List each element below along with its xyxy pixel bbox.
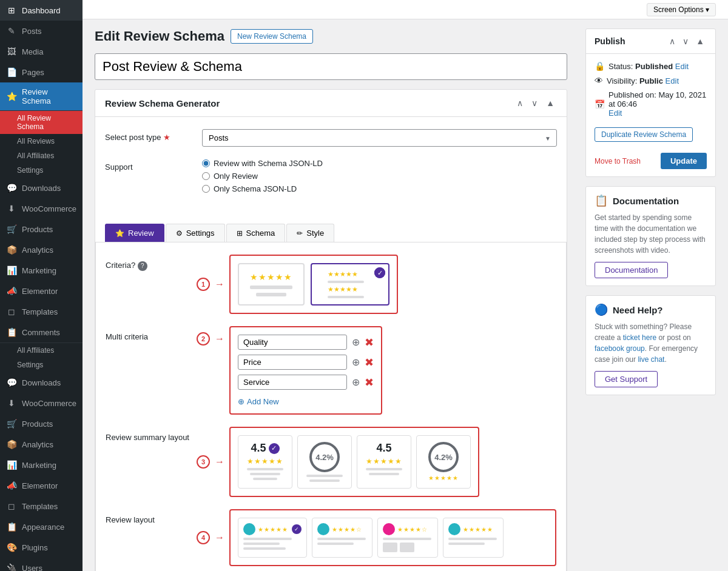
sidebar-item-comments[interactable]: 💬 Downloads	[0, 178, 83, 198]
sidebar-item-templates[interactable]: 📋 Comments	[0, 322, 83, 342]
facebook-link[interactable]: facebook group	[595, 344, 645, 353]
move-icon-price[interactable]: ⊕	[352, 356, 360, 368]
sidebar-sub-settings[interactable]: Settings	[0, 163, 83, 178]
sidebar-item-review-schema[interactable]: ⭐ Review Schema	[0, 82, 83, 110]
summary-card-3[interactable]: 4.5 ★★★★★	[357, 435, 411, 489]
layout-thumb-1	[383, 543, 397, 552]
tabs-bar: ⭐ Review ⚙ Settings ⊞ Schema ✏	[95, 218, 567, 242]
sidebar-item-elementor2[interactable]: ◻ Templates	[0, 496, 83, 516]
summary-card-4[interactable]: 4.2% ★★★★★	[416, 435, 471, 489]
schema-name-input[interactable]	[95, 53, 567, 80]
criteria-card-multi[interactable]: ★★★★★ ★★★★★ ✓	[311, 263, 389, 306]
tab-schema[interactable]: ⊞ Schema	[226, 224, 286, 242]
sidebar-sub-all-reviews[interactable]: All Reviews	[0, 134, 83, 149]
post-type-select[interactable]: Posts Pages Products	[202, 129, 557, 147]
sidebar-item-downloads2[interactable]: ⬇ WooCommerce	[0, 393, 83, 413]
sidebar-item-pages[interactable]: 📄 Pages	[0, 62, 83, 82]
tab-settings[interactable]: ⚙ Settings	[166, 224, 225, 242]
avatar-3	[383, 523, 395, 535]
published-edit-link[interactable]: Edit	[608, 109, 622, 118]
sidebar-item-marketing[interactable]: 📣 Elementor	[0, 281, 83, 301]
remove-icon-price[interactable]: ✖	[365, 356, 374, 369]
duplicate-review-schema-button[interactable]: Duplicate Review Schema	[595, 127, 693, 142]
sidebar-sub2-all-affiliates[interactable]: All Affiliates	[0, 343, 83, 358]
live-chat-link[interactable]: live chat	[638, 355, 664, 364]
layout-card-1[interactable]: ★★★★★ ✓	[238, 518, 307, 558]
criteria-input-price[interactable]	[238, 355, 347, 370]
sidebar-item-marketing2[interactable]: 📣 Elementor	[0, 475, 83, 496]
documentation-button[interactable]: Documentation	[595, 262, 668, 278]
publish-toggle[interactable]: ▲	[693, 35, 707, 47]
sidebar-item-label: Posts	[22, 27, 42, 36]
radio-only-review[interactable]: Only Review	[202, 172, 557, 181]
radio-only-schema[interactable]: Only Schema JSON-LD	[202, 184, 557, 193]
radio-json-ld[interactable]: Review with Schema JSON-LD	[202, 159, 557, 168]
criteria-help-icon[interactable]: ?	[138, 261, 147, 271]
panel-collapse-down[interactable]: ∨	[529, 97, 540, 109]
products2-icon: 📦	[6, 439, 17, 450]
summary-score-1: 4.5 ✓	[251, 442, 279, 455]
tab-style[interactable]: ✏ Style	[286, 224, 334, 242]
help-panel-body: 🔵 Need Help? Stuck with something? Pleas…	[586, 296, 715, 395]
new-schema-button[interactable]: New Review Schema	[231, 29, 313, 44]
sidebar-item-products[interactable]: 📦 Analytics	[0, 239, 83, 260]
panel-toggle[interactable]: ▲	[544, 97, 557, 109]
publish-collapse-down[interactable]: ∨	[680, 35, 691, 47]
layout-card-3[interactable]: ★★★★☆	[377, 518, 438, 558]
review-layout-label: Review layout	[106, 509, 190, 524]
publish-panel: Publish ∧ ∨ ▲ 🔒 Status: Published Edit	[585, 28, 716, 177]
sidebar-item-templates2[interactable]: 📋 Appearance	[0, 516, 83, 537]
sidebar-item-posts[interactable]: ✎ Posts	[0, 21, 83, 41]
sidebar-item-woocommerce2[interactable]: 🛒 Products	[0, 413, 83, 434]
multi-criteria-label: Multi criteria	[106, 326, 190, 341]
get-support-button[interactable]: Get Support	[595, 371, 658, 387]
sidebar-sub2-settings[interactable]: Settings	[0, 358, 83, 372]
summary-bar-7	[369, 473, 399, 475]
sidebar-item-products2[interactable]: 📦 Analytics	[0, 434, 83, 455]
layout-card-4[interactable]: ★★★★★	[443, 518, 504, 558]
sidebar-item-elementor[interactable]: ◻ Templates	[0, 301, 83, 322]
screen-options-button[interactable]: Screen Options ▾	[647, 3, 716, 16]
panel-collapse-up[interactable]: ∧	[514, 97, 525, 109]
remove-icon-service[interactable]: ✖	[365, 376, 374, 389]
publish-header-controls: ∧ ∨ ▲	[667, 35, 707, 47]
ticket-link[interactable]: ticket here	[623, 333, 656, 342]
tab-review[interactable]: ⭐ Review	[105, 224, 164, 242]
remove-icon-quality[interactable]: ✖	[365, 336, 374, 349]
sidebar-item-downloads[interactable]: ⬇ WooCommerce	[0, 198, 83, 219]
products-icon: 📦	[6, 244, 17, 255]
summary-card-1[interactable]: 4.5 ✓ ★★★★★	[238, 435, 292, 489]
summary-card-2[interactable]: 4.2%	[297, 435, 352, 489]
review-schema-submenu: All Review Schema All Reviews All Affili…	[0, 110, 83, 178]
sidebar-sub-all-affiliates[interactable]: All Affiliates	[0, 149, 83, 163]
sidebar-item-comments2[interactable]: 💬 Downloads	[0, 372, 83, 393]
status-edit-link[interactable]: Edit	[675, 62, 689, 71]
radio-only-schema-input[interactable]	[202, 185, 210, 193]
move-to-trash-link[interactable]: Move to Trash	[595, 157, 641, 165]
radio-only-review-input[interactable]	[202, 172, 210, 180]
publish-date-row: 📅 Published on: May 10, 2021 at 06:46Edi…	[595, 90, 707, 118]
criteria-input-service[interactable]	[238, 375, 347, 390]
visibility-edit-link[interactable]: Edit	[666, 76, 679, 85]
move-icon-quality[interactable]: ⊕	[352, 336, 360, 348]
sidebar-item-plugins[interactable]: 🔌 Users	[0, 558, 83, 571]
sidebar-item-woocommerce[interactable]: 🛒 Products	[0, 219, 83, 239]
criteria-input-quality[interactable]	[238, 335, 347, 350]
publish-collapse-up[interactable]: ∧	[667, 35, 678, 47]
sidebar-item-media[interactable]: 🖼 Media	[0, 41, 83, 62]
appearance-icon: 🎨	[6, 542, 17, 553]
layout-card-2[interactable]: ★★★★☆	[312, 518, 372, 558]
sidebar-item-analytics[interactable]: 📊 Marketing	[0, 260, 83, 281]
criteria-card-single[interactable]: ★★★★★	[238, 263, 305, 306]
update-button[interactable]: Update	[661, 153, 707, 169]
sidebar-item-analytics2[interactable]: 📊 Marketing	[0, 455, 83, 475]
multi-criteria-content: 2 → ⊕ ✖	[197, 326, 556, 415]
summary-stars-4: ★★★★★	[428, 475, 459, 481]
radio-json-ld-input[interactable]	[202, 159, 210, 167]
sidebar-sub-all-review-schema[interactable]: All Review Schema	[0, 111, 83, 134]
sidebar-item-dashboard[interactable]: ⊞ Dashboard	[0, 0, 83, 21]
move-icon-service[interactable]: ⊕	[352, 376, 360, 388]
sidebar-item-appearance[interactable]: 🎨 Plugins	[0, 537, 83, 558]
sidebar-item-label: Products	[22, 419, 53, 429]
add-new-criteria-button[interactable]: ⊕ Add New	[238, 397, 374, 406]
